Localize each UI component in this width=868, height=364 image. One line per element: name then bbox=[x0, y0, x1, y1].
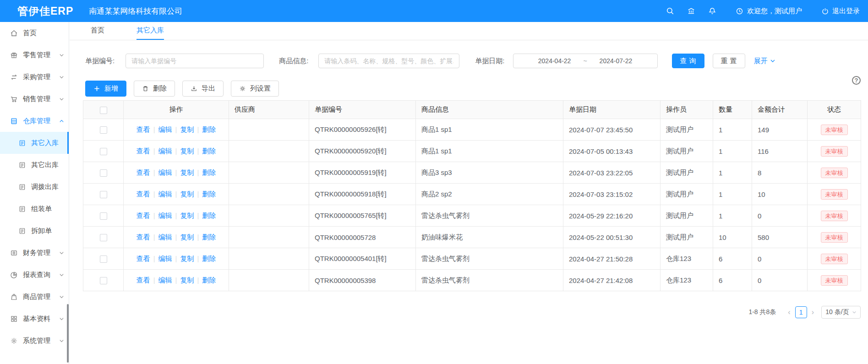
delete-link[interactable]: 删除 bbox=[202, 190, 216, 198]
copy-link[interactable]: 复制 bbox=[180, 212, 194, 219]
page-size-select[interactable]: 10 条/页 bbox=[821, 306, 861, 319]
product-info-input[interactable] bbox=[318, 54, 459, 68]
sidebar-item-finance[interactable]: 财务管理 bbox=[0, 242, 69, 264]
table-body: 查看|编辑|复制|删除QTRK00000005926[转]商品1 sp12024… bbox=[83, 119, 861, 291]
bill-no-input[interactable] bbox=[126, 54, 264, 68]
search-icon[interactable] bbox=[660, 7, 681, 15]
delete-link[interactable]: 删除 bbox=[202, 212, 216, 219]
row-checkbox[interactable] bbox=[100, 255, 107, 263]
action-separator: | bbox=[175, 255, 177, 262]
date-range-picker[interactable]: 2024-04-22 ~ 2024-07-22 bbox=[513, 54, 658, 68]
export-button[interactable]: 导出 bbox=[182, 81, 224, 97]
column-header-8: 状态 bbox=[808, 101, 861, 119]
delete-link[interactable]: 删除 bbox=[202, 125, 216, 133]
copy-link[interactable]: 复制 bbox=[180, 276, 194, 284]
bill-no-cell: QTRK00000005926[转] bbox=[309, 119, 416, 141]
operator-cell: 测试用户 bbox=[661, 162, 713, 184]
edit-link[interactable]: 编辑 bbox=[158, 233, 172, 241]
action-separator: | bbox=[153, 125, 155, 133]
sidebar-item-purchase[interactable]: 采购管理 bbox=[0, 66, 69, 88]
view-link[interactable]: 查看 bbox=[136, 212, 150, 219]
company-name: 南通某某网络科技有限公司 bbox=[89, 6, 182, 16]
select-all-checkbox[interactable] bbox=[100, 107, 107, 114]
sidebar-item-other-inbound[interactable]: 其它入库 bbox=[0, 132, 69, 154]
row-checkbox[interactable] bbox=[100, 191, 107, 198]
sidebar-item-other-outbound[interactable]: 其它出库 bbox=[0, 154, 69, 176]
row-actions: 查看|编辑|复制|删除 bbox=[124, 248, 229, 270]
edit-link[interactable]: 编辑 bbox=[158, 168, 172, 176]
sidebar-item-sales[interactable]: 销售管理 bbox=[0, 88, 69, 110]
delete-link[interactable]: 删除 bbox=[202, 147, 216, 155]
copy-link[interactable]: 复制 bbox=[180, 168, 194, 176]
row-checkbox[interactable] bbox=[100, 234, 107, 241]
row-select-cell bbox=[83, 248, 124, 270]
copy-link[interactable]: 复制 bbox=[180, 233, 194, 241]
row-checkbox[interactable] bbox=[100, 148, 107, 155]
add-button[interactable]: 新增 bbox=[85, 81, 126, 97]
date-cell: 2024-05-29 22:16:20 bbox=[563, 205, 661, 227]
sidebar-item-system[interactable]: 系统管理 bbox=[0, 330, 69, 352]
bell-icon[interactable] bbox=[702, 7, 723, 15]
row-checkbox[interactable] bbox=[100, 126, 107, 134]
reset-button[interactable]: 重置 bbox=[713, 54, 745, 68]
edit-link[interactable]: 编辑 bbox=[158, 255, 172, 262]
delete-link[interactable]: 删除 bbox=[202, 233, 216, 241]
action-separator: | bbox=[175, 276, 177, 284]
view-link[interactable]: 查看 bbox=[136, 276, 150, 284]
column-settings-button[interactable]: 列设置 bbox=[231, 81, 279, 97]
delete-link[interactable]: 删除 bbox=[202, 276, 216, 284]
copy-link[interactable]: 复制 bbox=[180, 255, 194, 262]
welcome-text: 欢迎您，测试用户 bbox=[747, 7, 802, 16]
logout-button[interactable]: 退出登录 bbox=[821, 7, 860, 16]
edit-link[interactable]: 编辑 bbox=[158, 125, 172, 133]
tab-other-inbound[interactable]: 其它入库 bbox=[136, 22, 164, 40]
row-checkbox[interactable] bbox=[100, 277, 107, 284]
export-button-label: 导出 bbox=[202, 84, 215, 93]
status-cell: 未审核 bbox=[808, 270, 861, 291]
edit-link[interactable]: 编辑 bbox=[158, 190, 172, 198]
delete-button[interactable]: 删除 bbox=[134, 81, 175, 97]
sidebar-item-goods[interactable]: 商品管理 bbox=[0, 286, 69, 308]
sidebar-item-transfer-outbound[interactable]: 调拨出库 bbox=[0, 176, 69, 198]
bank-icon[interactable] bbox=[681, 7, 702, 15]
copy-link[interactable]: 复制 bbox=[180, 125, 194, 133]
sidebar-item-disassembly[interactable]: 拆卸单 bbox=[0, 220, 69, 242]
sidebar-item-basic-data[interactable]: 基本资料 bbox=[0, 308, 69, 330]
sidebar-scrollbar[interactable] bbox=[67, 304, 69, 363]
view-link[interactable]: 查看 bbox=[136, 125, 150, 133]
view-link[interactable]: 查看 bbox=[136, 233, 150, 241]
sidebar-item-home[interactable]: 首页 bbox=[0, 22, 69, 44]
copy-link[interactable]: 复制 bbox=[180, 147, 194, 155]
expand-toggle[interactable]: 展开 bbox=[754, 57, 775, 65]
qty-cell: 1 bbox=[713, 205, 752, 227]
delete-link[interactable]: 删除 bbox=[202, 168, 216, 176]
next-page-icon[interactable]: › bbox=[809, 308, 817, 316]
delete-link[interactable]: 删除 bbox=[202, 255, 216, 262]
row-checkbox[interactable] bbox=[100, 169, 107, 177]
qty-cell: 1 bbox=[713, 162, 752, 184]
view-link[interactable]: 查看 bbox=[136, 168, 150, 176]
sidebar-item-assembly[interactable]: 组装单 bbox=[0, 198, 69, 220]
prev-page-icon[interactable]: ‹ bbox=[785, 308, 793, 316]
tab-home[interactable]: 首页 bbox=[91, 22, 104, 40]
action-separator: | bbox=[197, 212, 199, 219]
page-number-1[interactable]: 1 bbox=[795, 306, 807, 318]
search-button[interactable]: 查询 bbox=[672, 54, 704, 68]
view-link[interactable]: 查看 bbox=[136, 147, 150, 155]
sidebar-item-retail[interactable]: 零售管理 bbox=[0, 44, 69, 66]
copy-link[interactable]: 复制 bbox=[180, 190, 194, 198]
edit-link[interactable]: 编辑 bbox=[158, 276, 172, 284]
operator-cell: 测试用户 bbox=[661, 141, 713, 162]
table-row: 查看|编辑|复制|删除QTRK00000005919[转]商品3 sp32024… bbox=[83, 162, 861, 184]
edit-link[interactable]: 编辑 bbox=[158, 147, 172, 155]
sidebar-item-reports[interactable]: 报表查询 bbox=[0, 264, 69, 286]
chevron-down-icon bbox=[59, 338, 64, 343]
row-checkbox[interactable] bbox=[100, 212, 107, 220]
sidebar-item-warehouse[interactable]: 仓库管理 bbox=[0, 110, 69, 132]
bill-no-label: 单据编号: bbox=[85, 57, 115, 65]
edit-link[interactable]: 编辑 bbox=[158, 212, 172, 219]
view-link[interactable]: 查看 bbox=[136, 190, 150, 198]
user-welcome[interactable]: 欢迎您，测试用户 bbox=[736, 7, 802, 16]
help-icon[interactable]: ? bbox=[852, 76, 861, 85]
view-link[interactable]: 查看 bbox=[136, 255, 150, 262]
